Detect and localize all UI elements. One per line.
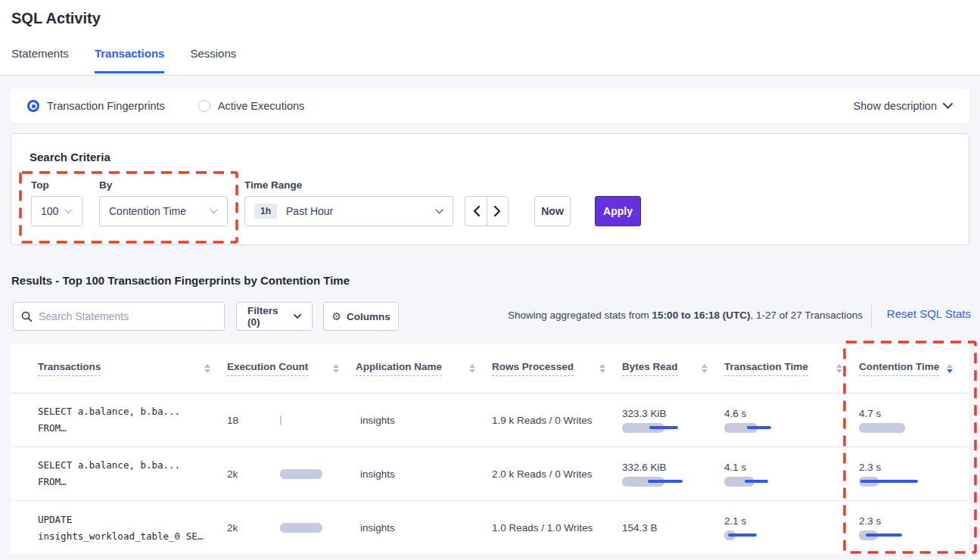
transaction-time-bar [724, 530, 792, 540]
page-title: SQL Activity [11, 10, 101, 27]
contention-time-bar [859, 477, 927, 487]
chevron-down-icon [64, 209, 73, 214]
tab-statements[interactable]: Statements [11, 47, 69, 73]
transaction-fingerprint-link[interactable]: SELECT a.balance, b.ba... FROM… [38, 457, 227, 490]
radio-label: Active Executions [218, 100, 304, 112]
next-time-button[interactable] [487, 197, 508, 226]
chevron-down-icon [435, 209, 443, 214]
time-range-value: Past Hour [286, 205, 333, 217]
bytes-read-cell: 332.6 KiB [622, 462, 724, 487]
execution-count-bar [280, 415, 348, 425]
top-label: Top [31, 179, 49, 191]
sort-icon[interactable] [702, 364, 708, 373]
rows-processed-cell: 2.0 k Reads / 0 Writes [492, 468, 622, 480]
time-range-badge: 1h [254, 204, 277, 219]
execution-count-bar [280, 523, 348, 533]
application-name-cell: insights [356, 415, 492, 426]
execution-count-cell: 2k [227, 522, 356, 534]
radio-unselected-icon[interactable] [198, 100, 210, 112]
tab-sessions[interactable]: Sessions [190, 47, 236, 73]
radio-transaction-fingerprints[interactable]: Transaction Fingerprints [27, 100, 165, 112]
aggregated-stats-text: Showing aggregated stats from 15:00 to 1… [508, 310, 863, 321]
show-description-label: Show description [854, 100, 937, 112]
search-icon [21, 311, 33, 322]
now-button[interactable]: Now [534, 196, 571, 226]
top-select[interactable]: 100 [31, 196, 82, 226]
apply-button[interactable]: Apply [595, 196, 641, 226]
sort-icon-active[interactable] [947, 364, 953, 373]
top-select-value: 100 [41, 205, 58, 217]
transaction-time-cell: 4.6 s [724, 408, 859, 433]
columns-label: Columns [347, 311, 390, 322]
search-criteria-card: Search Criteria Top 100 By Contention Ti… [11, 133, 969, 245]
column-header-contention-time[interactable]: Contention Time [859, 361, 969, 376]
chevron-down-icon [294, 314, 301, 319]
results-heading: Results - Top 100 Transaction Fingerprin… [11, 274, 350, 287]
chevron-down-icon [210, 209, 218, 214]
transaction-time-cell: 4.1 s [724, 462, 859, 487]
table-row: SELECT a.balance, b.ba... FROM… 2k insig… [11, 447, 969, 501]
sort-icon[interactable] [333, 364, 339, 373]
sort-icon[interactable] [204, 364, 210, 373]
radio-selected-icon[interactable] [27, 100, 39, 112]
column-header-bytes-read[interactable]: Bytes Read [622, 361, 724, 376]
time-range-select[interactable]: 1h Past Hour [244, 196, 453, 226]
column-header-execution-count[interactable]: Execution Count [227, 361, 356, 376]
by-select[interactable]: Contention Time [99, 196, 228, 226]
column-header-transaction-time[interactable]: Transaction Time [724, 361, 859, 376]
reset-sql-stats-link[interactable]: Reset SQL Stats [887, 307, 971, 320]
transaction-time-bar [724, 423, 792, 433]
application-name-cell: insights [356, 468, 492, 480]
bytes-read-cell: 323.3 KiB [622, 408, 724, 433]
transaction-fingerprint-link[interactable]: UPDATE insights_workload_table_0 SE… [38, 512, 227, 545]
contention-time-cell: 2.3 s [859, 515, 969, 540]
chevron-down-icon [943, 103, 953, 109]
gear-icon: ⚙ [331, 310, 341, 322]
contention-time-bar [859, 530, 927, 540]
radio-label: Transaction Fingerprints [47, 100, 165, 112]
transaction-fingerprint-link[interactable]: SELECT a.balance, b.ba... FROM… [38, 403, 227, 437]
filters-label: Filters (0) [247, 305, 288, 328]
sort-icon[interactable] [836, 364, 842, 373]
table-row: UPDATE insights_workload_table_0 SE… 2k … [11, 501, 969, 555]
contention-time-cell: 4.7 s [859, 408, 969, 433]
column-header-transactions[interactable]: Transactions [38, 361, 227, 376]
table-row: SELECT a.balance, b.ba... FROM… 18 insig… [11, 394, 969, 447]
search-criteria-heading: Search Criteria [30, 151, 110, 163]
time-nav-group [465, 196, 509, 226]
sort-icon[interactable] [469, 364, 475, 373]
columns-button[interactable]: ⚙ Columns [323, 302, 399, 331]
filters-button[interactable]: Filters (0) [236, 302, 313, 331]
by-select-value: Contention Time [109, 205, 186, 217]
page-header: SQL Activity Statements Transactions Ses… [0, 0, 980, 76]
column-header-rows-processed[interactable]: Rows Processed [492, 361, 622, 376]
sort-icon[interactable] [599, 364, 605, 373]
by-label: By [99, 179, 112, 191]
time-range-label: Time Range [244, 179, 302, 191]
bytes-read-bar [622, 423, 690, 433]
tab-transactions[interactable]: Transactions [95, 47, 165, 73]
execution-count-cell: 2k [227, 468, 356, 480]
application-name-cell: insights [356, 522, 492, 534]
rows-processed-cell: 1.0 Reads / 1.0 Writes [492, 522, 622, 534]
execution-count-cell: 18 [227, 415, 356, 426]
prev-time-button[interactable] [465, 197, 487, 226]
radio-active-executions[interactable]: Active Executions [198, 100, 304, 112]
view-toggle-card: Transaction Fingerprints Active Executio… [11, 89, 969, 123]
column-header-application-name[interactable]: Application Name [356, 361, 492, 376]
search-statements-wrap [13, 302, 225, 331]
contention-time-cell: 2.3 s [859, 462, 969, 487]
transactions-table: Transactions Execution Count Application… [11, 344, 969, 555]
transaction-time-bar [724, 477, 792, 487]
search-statements-input[interactable] [39, 310, 216, 322]
transaction-time-cell: 2.1 s [724, 515, 859, 540]
contention-time-bar [859, 423, 927, 433]
bytes-read-bar [622, 477, 690, 487]
table-header-row: Transactions Execution Count Application… [11, 344, 969, 394]
bytes-read-cell: 154.3 B [622, 522, 724, 534]
execution-count-bar [280, 469, 348, 479]
rows-processed-cell: 1.9 k Reads / 0 Writes [492, 415, 622, 426]
show-description-toggle[interactable]: Show description [854, 100, 953, 112]
tab-bar: Statements Transactions Sessions [11, 47, 236, 73]
divider [871, 305, 872, 328]
